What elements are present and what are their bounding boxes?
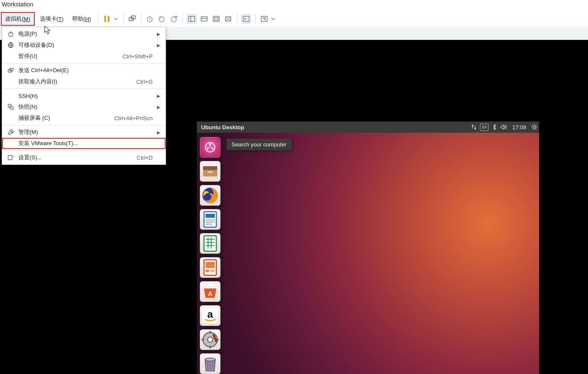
submenu-arrow-icon: ▶ [157, 43, 161, 48]
unity-launcher: Search your computerAa [197, 133, 223, 374]
launcher-impress[interactable] [200, 257, 220, 278]
menu-item-accel: Ctrl+Shift+P [123, 53, 153, 60]
menu-item-accel: Ctrl+Alt+PrtScn [114, 115, 153, 122]
power-dropdown-caret[interactable] [114, 15, 118, 23]
launcher-dash[interactable]: Search your computer [200, 137, 220, 158]
svg-rect-56 [205, 270, 209, 272]
console-icon[interactable] [241, 14, 251, 24]
launcher-tooltip: Search your computer [226, 139, 292, 150]
fullscreen-dropdown-caret[interactable] [271, 15, 275, 23]
menu-item-9[interactable]: 捕获屏幕 (C)Ctrl+Alt+PrtScn [2, 113, 166, 124]
bluetooth-icon[interactable] [490, 122, 499, 132]
power-icon [6, 30, 15, 38]
svg-rect-9 [201, 17, 207, 21]
svg-point-6 [171, 17, 176, 22]
svg-line-34 [536, 125, 537, 126]
submenu-arrow-icon: ▶ [157, 130, 161, 135]
svg-line-33 [532, 129, 533, 130]
menu-item-accel: Ctrl+G [136, 79, 153, 85]
launcher-calc[interactable] [200, 233, 220, 254]
menu-tabs[interactable]: 选项卡(T) [36, 13, 67, 25]
toolbar-separator [182, 13, 183, 24]
menu-item-label: 抓取输入内容(I) [18, 78, 136, 85]
menu-item-2[interactable]: 暂停(U)Ctrl+Shift+P [2, 51, 166, 62]
menu-help[interactable]: 帮助(H) [69, 13, 94, 25]
volume-icon[interactable] [499, 122, 509, 132]
submenu-arrow-icon: ▶ [157, 105, 161, 109]
snapshot-take-icon[interactable] [145, 15, 154, 23]
menu-item-label: 管理(M) [18, 128, 153, 136]
launcher-writer[interactable] [200, 209, 220, 230]
svg-line-31 [532, 125, 533, 126]
launcher-settings[interactable] [200, 329, 220, 350]
launcher-firefox[interactable] [200, 185, 220, 206]
launcher-trash[interactable] [200, 353, 220, 374]
desktop-wallpaper [197, 122, 539, 374]
send-icon [6, 66, 15, 75]
svg-point-38 [212, 148, 214, 149]
menu-item-label: 电源(P) [18, 30, 153, 38]
blank-icon [6, 91, 15, 100]
menu-item-7[interactable]: SSH(H)▶ [2, 90, 166, 101]
menu-item-0[interactable]: 电源(P)▶ [2, 28, 166, 40]
svg-rect-11 [213, 16, 219, 21]
guest-display[interactable]: Ubuntu Desktop En 17:08 Search your comp… [197, 122, 539, 374]
launcher-software[interactable]: A [200, 281, 220, 302]
menu-item-label: 捕获屏幕 (C) [18, 114, 114, 122]
settings-icon [6, 153, 15, 162]
fullscreen-icon[interactable] [260, 15, 268, 23]
blank-icon [6, 52, 15, 61]
menu-item-14[interactable]: 设置(S)...Ctrl+D [2, 152, 166, 163]
launcher-files[interactable] [200, 161, 220, 182]
input-lang-indicator[interactable]: En [480, 124, 488, 131]
svg-rect-25 [8, 155, 12, 160]
snapshot-manager-icon[interactable] [169, 15, 178, 23]
menu-vm[interactable]: 虚拟机(M) [1, 12, 35, 26]
svg-rect-41 [208, 171, 213, 173]
view-fit-icon[interactable] [212, 15, 220, 23]
gear-icon[interactable] [530, 122, 539, 132]
menu-item-1[interactable]: 可移动设备(D)▶ [2, 40, 166, 51]
svg-rect-12 [214, 18, 218, 20]
menu-separator [2, 63, 166, 64]
menu-item-12[interactable]: 安装 VMware Tools(T)... [2, 138, 166, 149]
view-stretch-icon[interactable] [224, 15, 232, 23]
menu-item-8[interactable]: 快照(N)▶ [2, 101, 166, 113]
network-icon[interactable] [469, 122, 479, 132]
svg-rect-21 [8, 104, 11, 107]
wrench-icon [6, 128, 15, 137]
menu-item-accel: Ctrl+D [137, 155, 153, 161]
svg-line-32 [536, 129, 537, 130]
menu-toolbar: 虚拟机(M) 选项卡(T) 帮助(H) [0, 11, 588, 27]
send-cad-icon[interactable] [128, 15, 136, 23]
menu-item-label: 可移动设备(D) [18, 41, 153, 49]
svg-point-5 [159, 17, 164, 22]
view-single-icon[interactable] [200, 15, 208, 23]
vm-menu-dropdown: 电源(P)▶可移动设备(D)▶暂停(U)Ctrl+Shift+P发送 Ctrl+… [2, 27, 166, 165]
view-sidebar-icon[interactable] [187, 14, 196, 24]
ubuntu-top-panel[interactable]: Ubuntu Desktop En 17:08 [197, 122, 539, 133]
menu-item-4[interactable]: 发送 Ctrl+Alt+Del(E) [2, 65, 166, 76]
window-title: Workstation [0, 0, 588, 11]
menu-separator [2, 150, 166, 151]
menu-item-11[interactable]: 管理(M)▶ [2, 127, 166, 138]
clock[interactable]: 17:08 [509, 124, 530, 131]
snapshot-icon [6, 103, 15, 111]
svg-rect-22 [11, 107, 13, 109]
launcher-amazon[interactable]: a [200, 305, 220, 326]
toolbar-separator [237, 13, 237, 24]
menu-item-5[interactable]: 抓取输入内容(I)Ctrl+G [2, 76, 166, 87]
submenu-arrow-icon: ▶ [157, 32, 161, 36]
blank-icon [6, 139, 15, 148]
globe-icon [6, 41, 15, 49]
pause-icon[interactable] [103, 15, 111, 23]
svg-point-67 [205, 358, 215, 361]
menu-separator [2, 125, 166, 125]
svg-point-37 [207, 148, 208, 149]
svg-rect-48 [204, 236, 217, 251]
blank-icon [6, 114, 15, 122]
svg-rect-0 [104, 16, 106, 22]
snapshot-revert-icon[interactable] [157, 15, 166, 23]
toolbar-separator [255, 13, 256, 24]
submenu-arrow-icon: ▶ [157, 94, 161, 98]
